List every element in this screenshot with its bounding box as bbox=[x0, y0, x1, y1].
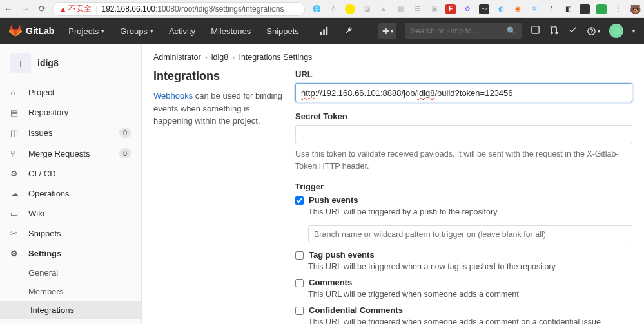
trigger-conf-comments[interactable]: Confidential Comments bbox=[295, 305, 632, 315]
ext-icon[interactable]: ✲ bbox=[529, 4, 540, 14]
sidebar-item-issues[interactable]: ◫Issues0 bbox=[0, 122, 141, 143]
back-icon[interactable]: ← bbox=[4, 4, 12, 14]
ext-icon[interactable]: ◪ bbox=[362, 4, 372, 14]
tag-events-checkbox[interactable] bbox=[295, 251, 304, 260]
nav-projects[interactable]: Projects▾ bbox=[62, 21, 111, 41]
search-icon: 🔍 bbox=[507, 26, 516, 35]
secret-token-hint: Use this token to validate received payl… bbox=[295, 148, 632, 173]
sidebar-item-project[interactable]: ⌂Project bbox=[0, 82, 141, 102]
sidebar-item-merge-requests[interactable]: ⑂Merge Requests0 bbox=[0, 143, 141, 164]
sidebar-item-wiki[interactable]: ▭Wiki bbox=[0, 204, 141, 224]
push-events-checkbox[interactable] bbox=[295, 196, 304, 205]
star-icon[interactable]: ☆ bbox=[328, 4, 338, 14]
address-bar[interactable]: ▲ 不安全 | 192.168.66.100:10080/root/idig8/… bbox=[52, 2, 305, 16]
ext-icon[interactable]: 🐻 bbox=[630, 4, 640, 14]
ext-icon[interactable]: ▣ bbox=[429, 4, 439, 14]
settings-integrations[interactable]: Integrations bbox=[0, 301, 141, 319]
chevron-right-icon: › bbox=[205, 53, 208, 62]
comments-checkbox[interactable] bbox=[295, 279, 304, 287]
todo-icon[interactable] bbox=[568, 25, 578, 37]
forward-icon[interactable]: → bbox=[21, 4, 30, 14]
chevron-down-icon: ▾ bbox=[101, 28, 104, 34]
secret-token-label: Secret Token bbox=[295, 111, 632, 121]
ext-icon[interactable]: ◉ bbox=[512, 4, 523, 14]
help-icon[interactable]: ▾ bbox=[587, 26, 600, 36]
settings-members[interactable]: Members bbox=[0, 282, 141, 301]
settings-repository[interactable]: Repository bbox=[0, 319, 141, 324]
user-avatar[interactable] bbox=[609, 24, 623, 38]
ext-icon[interactable]: ▲ bbox=[378, 4, 389, 14]
ext-icon[interactable]: ◧ bbox=[563, 4, 573, 14]
trigger-label: Trigger bbox=[295, 182, 632, 191]
conf-comments-desc: This URL will be triggered when someone … bbox=[308, 318, 632, 325]
ext-icon[interactable]: ◐ bbox=[496, 4, 506, 14]
ext-icon[interactable]: / bbox=[546, 4, 556, 14]
ext-icon[interactable] bbox=[345, 4, 355, 14]
ext-icon[interactable]: ev bbox=[479, 4, 489, 14]
extension-tray: 🌐 ☆ ◪ ▲ ▦ ☰ ▣ F ✿ ev ◐ ◉ ✲ / ◧ ⋮ 🐻 bbox=[311, 4, 640, 14]
chart-icon bbox=[320, 26, 329, 35]
trigger-push[interactable]: Push events bbox=[295, 195, 632, 205]
svg-rect-0 bbox=[320, 32, 322, 35]
sidebar-item-settings[interactable]: ⚙Settings bbox=[0, 243, 141, 263]
webhooks-link[interactable]: Webhooks bbox=[153, 91, 193, 100]
breadcrumb-admin[interactable]: Administrator bbox=[153, 53, 201, 62]
issues-icon: ◫ bbox=[10, 128, 21, 138]
svg-rect-2 bbox=[326, 27, 327, 35]
sidebar-item-repository[interactable]: ▤Repository bbox=[0, 102, 141, 122]
translate-icon[interactable]: 🌐 bbox=[311, 4, 322, 14]
nav-groups[interactable]: Groups▾ bbox=[113, 21, 160, 41]
ext-icon[interactable]: ▦ bbox=[395, 4, 405, 14]
breadcrumb-current: Integrations Settings bbox=[239, 53, 312, 62]
trigger-comments[interactable]: Comments bbox=[295, 278, 632, 287]
global-search-input[interactable] bbox=[405, 23, 522, 39]
project-sidebar: I idig8 ⌂Project ▤Repository ◫Issues0 ⑂M… bbox=[0, 44, 142, 324]
nav-snippets[interactable]: Snippets bbox=[260, 21, 306, 41]
gitlab-topnav: GitLab Projects▾ Groups▾ Activity Milest… bbox=[0, 18, 644, 44]
trigger-tag[interactable]: Tag push events bbox=[295, 250, 632, 260]
ext-icon[interactable]: ✿ bbox=[462, 4, 473, 14]
url-label: URL bbox=[295, 70, 632, 79]
chevron-down-icon: ▾ bbox=[598, 28, 600, 34]
sidebar-item-cicd[interactable]: ⚙CI / CD bbox=[0, 164, 141, 184]
comments-desc: This URL will be triggered when someone … bbox=[308, 290, 632, 299]
ext-icon[interactable]: ⋮ bbox=[613, 4, 623, 14]
reload-icon[interactable]: ⟳ bbox=[39, 4, 46, 14]
sidebar-item-snippets[interactable]: ✂Snippets bbox=[0, 224, 141, 243]
page-title: Integrations bbox=[153, 70, 282, 83]
chevron-down-icon: ▾ bbox=[632, 28, 635, 34]
ext-icon[interactable]: F bbox=[445, 4, 456, 14]
nav-milestones[interactable]: Milestones bbox=[204, 21, 257, 41]
operations-icon: ☁ bbox=[10, 189, 21, 198]
issues-icon[interactable] bbox=[531, 25, 540, 37]
rocket-icon: ⚙ bbox=[10, 169, 21, 178]
ext-icon[interactable]: ☰ bbox=[412, 4, 422, 14]
gear-icon: ⚙ bbox=[10, 249, 21, 258]
home-icon: ⌂ bbox=[10, 88, 21, 97]
nav-wrench-icon[interactable] bbox=[338, 21, 360, 41]
project-avatar: I bbox=[10, 53, 31, 73]
book-icon: ▭ bbox=[10, 209, 21, 218]
secret-token-input[interactable] bbox=[295, 125, 632, 144]
settings-general[interactable]: General bbox=[0, 263, 141, 282]
new-dropdown[interactable]: ✚▾ bbox=[378, 23, 396, 39]
url-text: 192.168.66.100:10080/root/idig8/settings… bbox=[102, 5, 284, 14]
branch-filter-input[interactable] bbox=[308, 225, 632, 243]
gitlab-logo[interactable]: GitLab bbox=[9, 24, 54, 37]
push-events-desc: This URL will be triggered by a push to … bbox=[308, 207, 632, 216]
gitlab-icon bbox=[9, 24, 22, 37]
conf-comments-checkbox[interactable] bbox=[295, 307, 304, 315]
nav-stats-icon[interactable] bbox=[308, 21, 335, 41]
breadcrumb-project[interactable]: idig8 bbox=[211, 53, 228, 62]
merge-request-icon[interactable] bbox=[549, 25, 559, 37]
sidebar-project-header[interactable]: I idig8 bbox=[0, 44, 141, 82]
nav-activity[interactable]: Activity bbox=[162, 21, 202, 41]
sidebar-item-operations[interactable]: ☁Operations bbox=[0, 184, 141, 204]
browser-chrome: ← → ⟳ ▲ 不安全 | 192.168.66.100:10080/root/… bbox=[0, 0, 644, 18]
repo-icon: ▤ bbox=[10, 108, 21, 117]
ext-icon[interactable] bbox=[596, 4, 607, 14]
url-input[interactable]: http://192.168.66.101:8888/job/idig8/bui… bbox=[295, 83, 632, 102]
chevron-right-icon: › bbox=[232, 53, 235, 62]
svg-rect-1 bbox=[323, 29, 325, 35]
ext-icon[interactable] bbox=[580, 4, 590, 14]
